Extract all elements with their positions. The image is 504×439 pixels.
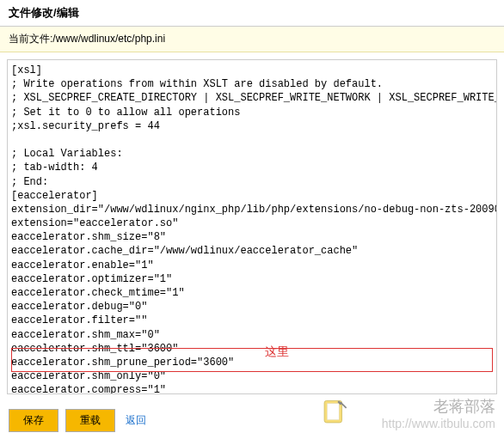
current-file-bar: 当前文件:/www/wdlinux/etc/php.ini [0,27,504,52]
current-file-label: 当前文件: [9,33,52,45]
page-title: 文件修改/编辑 [0,0,504,27]
current-file-path: /www/wdlinux/etc/php.ini [52,33,165,45]
svg-rect-1 [328,404,340,420]
reload-button[interactable]: 重载 [65,409,115,432]
back-link[interactable]: 返回 [126,413,146,428]
footer-toolbar: 保存 重载 返回 [0,404,504,437]
notebook-icon [320,398,349,427]
save-button[interactable]: 保存 [9,409,58,432]
editor-container: 这里 [7,59,497,397]
page-title-text: 文件修改/编辑 [9,6,79,19]
file-content-textarea[interactable] [7,59,497,394]
